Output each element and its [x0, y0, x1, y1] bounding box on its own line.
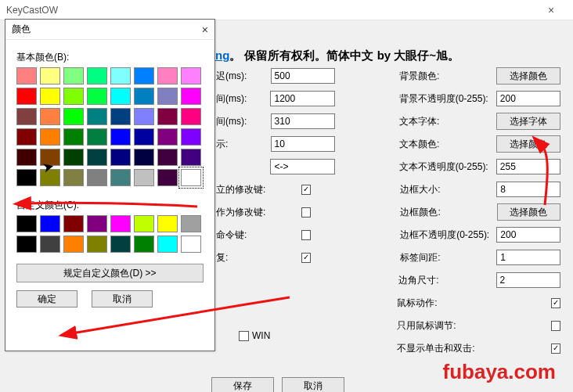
row-right-input[interactable]: 1	[496, 250, 560, 265]
row-right-button[interactable]: 选择颜色	[496, 67, 560, 85]
color-swatch[interactable]	[181, 149, 201, 166]
color-swatch[interactable]	[157, 236, 178, 253]
color-swatch[interactable]	[110, 169, 131, 186]
color-swatch[interactable]	[134, 88, 154, 105]
row-left-checkbox[interactable]	[301, 230, 311, 240]
color-swatch[interactable]	[110, 88, 131, 105]
row-right-label: 文本颜色:	[399, 138, 496, 151]
color-swatch[interactable]	[87, 236, 107, 253]
cancel-button[interactable]: 取消	[92, 290, 153, 307]
color-swatch[interactable]	[134, 108, 154, 125]
color-swatch[interactable]	[63, 67, 84, 85]
row-right-input[interactable]: 255	[496, 159, 560, 174]
color-swatch[interactable]	[157, 215, 178, 232]
color-swatch[interactable]	[110, 67, 131, 85]
color-swatch[interactable]	[181, 88, 201, 105]
cancel-button-main[interactable]: 取消	[282, 377, 344, 392]
row-right-label: 文本不透明度(0-255):	[399, 160, 496, 174]
color-swatch[interactable]	[157, 88, 178, 105]
color-swatch[interactable]	[40, 236, 60, 253]
row-right-checkbox[interactable]	[551, 343, 560, 354]
row-left-input[interactable]: <->	[270, 159, 334, 174]
color-swatch[interactable]	[63, 128, 84, 146]
color-swatch[interactable]	[87, 128, 107, 146]
row-left-checkbox[interactable]	[301, 207, 311, 218]
color-swatch[interactable]	[157, 149, 178, 166]
color-swatch[interactable]	[134, 128, 154, 146]
close-icon[interactable]: ×	[535, 4, 567, 16]
row-right-input[interactable]: 8	[496, 182, 560, 197]
color-swatch[interactable]	[134, 149, 154, 166]
row-right-input[interactable]: 2	[496, 272, 560, 288]
color-swatch[interactable]	[87, 67, 107, 85]
color-swatch[interactable]	[87, 88, 107, 105]
win-checkbox[interactable]	[239, 331, 249, 341]
color-swatch[interactable]	[87, 108, 107, 125]
row-right-checkbox[interactable]	[551, 298, 560, 308]
color-swatch[interactable]	[87, 169, 107, 186]
row-right-checkbox[interactable]	[551, 321, 560, 331]
color-swatch[interactable]	[134, 169, 154, 186]
row-left-input[interactable]: 310	[271, 113, 335, 129]
color-swatch[interactable]	[110, 108, 131, 125]
color-swatch[interactable]	[134, 215, 154, 232]
color-swatch[interactable]	[16, 88, 37, 105]
ok-button[interactable]: 确定	[16, 290, 77, 307]
row-right-input[interactable]: 200	[496, 91, 560, 106]
header-link-fragment[interactable]: ng	[215, 49, 229, 62]
color-swatch[interactable]	[134, 236, 154, 253]
row-right-input[interactable]: 200	[496, 227, 560, 243]
color-swatch[interactable]	[40, 67, 60, 85]
color-swatch[interactable]	[181, 128, 201, 146]
color-swatch[interactable]	[110, 236, 131, 253]
color-swatch[interactable]	[181, 236, 201, 253]
row-left-input[interactable]: 500	[271, 68, 335, 84]
row-right-button[interactable]: 选择颜色	[497, 203, 560, 221]
color-swatch[interactable]	[63, 149, 84, 166]
row-right-button[interactable]: 选择字体	[496, 113, 560, 130]
row-right-label: 边框不透明度(0-255):	[400, 228, 496, 242]
color-swatch[interactable]	[134, 67, 154, 85]
color-swatch[interactable]	[16, 236, 37, 253]
close-icon[interactable]: ×	[202, 23, 208, 36]
color-swatch[interactable]	[181, 67, 201, 85]
settings-row: 迟(ms):500背景颜色:选择颜色	[216, 67, 560, 85]
color-swatch[interactable]	[63, 236, 84, 253]
define-custom-button[interactable]: 规定自定义颜色(D) >>	[16, 264, 204, 282]
row-left-input[interactable]: 1200	[270, 91, 334, 106]
color-swatch[interactable]	[40, 128, 60, 146]
color-swatch[interactable]	[181, 108, 201, 125]
row-right-button[interactable]: 选择颜色	[496, 135, 560, 153]
color-swatch[interactable]	[16, 128, 37, 146]
color-swatch[interactable]	[157, 67, 178, 85]
row-left-label: 示:	[216, 138, 271, 151]
color-swatch[interactable]	[63, 215, 84, 232]
color-swatch[interactable]	[40, 215, 60, 232]
color-swatch[interactable]	[16, 215, 37, 232]
color-swatch[interactable]	[40, 88, 60, 105]
row-left-checkbox[interactable]	[301, 253, 311, 263]
save-button[interactable]: 保存	[211, 377, 274, 392]
row-left-checkbox[interactable]	[301, 185, 311, 195]
color-swatch[interactable]	[63, 88, 84, 105]
color-swatch[interactable]	[16, 108, 37, 125]
color-swatch[interactable]	[181, 215, 201, 232]
color-swatch[interactable]	[110, 149, 131, 166]
color-swatch[interactable]	[87, 215, 107, 232]
row-left-input[interactable]: 10	[271, 136, 335, 152]
color-swatch[interactable]	[16, 149, 37, 166]
color-swatch[interactable]	[110, 215, 131, 232]
row-right-label: 只用鼠标调节:	[397, 319, 493, 333]
color-swatch[interactable]	[16, 169, 37, 186]
color-swatch[interactable]	[157, 108, 178, 125]
color-swatch[interactable]	[110, 128, 131, 146]
color-swatch[interactable]	[40, 108, 60, 125]
color-swatch[interactable]	[157, 128, 178, 146]
color-swatch[interactable]	[157, 169, 178, 186]
color-swatch[interactable]	[181, 169, 201, 186]
page-header: ng。 保留所有权利。简体中文 by 大眼仔~旭。	[215, 49, 459, 63]
color-swatch[interactable]	[63, 108, 84, 125]
color-swatch[interactable]	[87, 149, 107, 166]
color-swatch[interactable]	[16, 67, 37, 85]
color-swatch[interactable]	[63, 169, 84, 186]
